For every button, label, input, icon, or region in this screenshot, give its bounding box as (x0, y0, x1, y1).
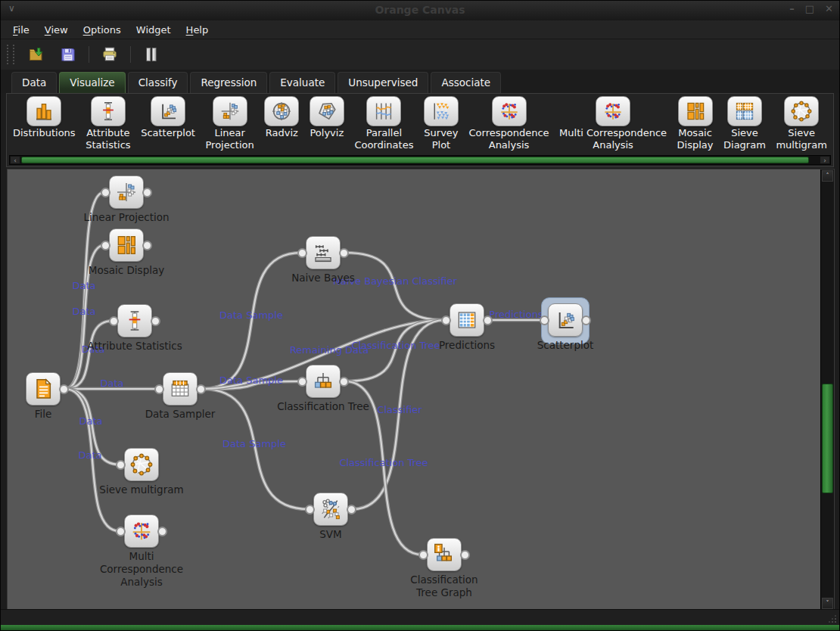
node-label: Scatterplot (537, 339, 594, 352)
input-connector[interactable] (116, 527, 126, 536)
widget-sieve-multigram[interactable]: Sieve multigram (776, 96, 826, 151)
output-connector[interactable] (339, 248, 349, 258)
input-connector[interactable] (101, 241, 110, 250)
menu-file[interactable]: File (5, 22, 37, 38)
input-connector[interactable] (154, 384, 164, 394)
input-connector[interactable] (540, 316, 549, 325)
input-connector[interactable] (441, 316, 451, 325)
node-multi-correspondence-analysis[interactable]: Multi Correspondence Analysis (124, 514, 159, 548)
title-bar[interactable]: ∨ Orange Canvas – □ ✕ (1, 1, 839, 20)
widget-toolbar-scrollbar[interactable]: ‹ › (9, 155, 831, 165)
output-connector[interactable] (196, 384, 206, 394)
node-svm[interactable]: SVM (313, 493, 348, 526)
maximize-button[interactable]: □ (805, 3, 814, 14)
node-iconbox (109, 176, 144, 209)
widget-label: Scatterplot (141, 127, 195, 139)
tab-evaluate[interactable]: Evaluate (269, 72, 335, 93)
node-attribute-statistics[interactable]: Attribute Statistics (117, 304, 152, 337)
tab-classify[interactable]: Classify (128, 72, 188, 93)
resize-grip-icon[interactable] (827, 614, 836, 623)
node-file[interactable]: File (26, 372, 61, 406)
output-connector[interactable] (347, 505, 356, 514)
mosaic-icon (114, 233, 139, 257)
node-linear-projection[interactable]: Linear Projection (109, 176, 144, 209)
output-connector[interactable] (142, 241, 152, 250)
widget-label: Distributions (13, 127, 76, 139)
input-connector[interactable] (418, 550, 428, 560)
widget-radviz[interactable]: Radviz (264, 96, 299, 139)
save-button[interactable] (57, 43, 79, 66)
toolbar-drag-handle[interactable] (7, 45, 14, 64)
node-iconbox (313, 493, 348, 526)
node-mosaic-display[interactable]: Mosaic Display (109, 228, 144, 262)
input-connector[interactable] (109, 316, 119, 326)
node-data-sampler[interactable]: Data Sampler (163, 372, 198, 406)
canvas-vertical-scrollbar[interactable]: ˄ ˅ (820, 169, 834, 610)
node-classification-tree-graph[interactable]: Classification Tree Graph (427, 538, 462, 571)
scroll-right-icon[interactable]: › (820, 157, 829, 163)
widget-parallel-coordinates[interactable]: Parallel Coordinates (354, 96, 413, 151)
close-button[interactable]: ✕ (825, 3, 833, 14)
output-connector[interactable] (142, 188, 152, 197)
output-connector[interactable] (460, 550, 470, 560)
node-label: Linear Projection (83, 211, 169, 224)
input-connector[interactable] (101, 188, 110, 197)
output-connector[interactable] (157, 527, 167, 536)
node-scatterplot[interactable]: Scatterplot (548, 303, 583, 337)
tab-associate[interactable]: Associate (431, 72, 501, 93)
tab-visualize[interactable]: Visualize (59, 72, 125, 93)
horizontal-scroll-thumb[interactable] (21, 157, 809, 163)
input-connector[interactable] (297, 248, 307, 258)
bottom-accent-strip (1, 625, 839, 630)
correspondence-iconbox (492, 96, 527, 126)
tab-regression[interactable]: Regression (190, 72, 267, 93)
mosaic-iconbox (678, 96, 713, 126)
input-connector[interactable] (297, 377, 307, 387)
tab-data[interactable]: Data (11, 72, 57, 93)
node-label: Predictions (439, 339, 495, 352)
widget-survey-plot[interactable]: Survey Plot (424, 96, 459, 151)
input-connector[interactable] (305, 505, 315, 514)
widget-label: Sieve Diagram (723, 127, 766, 151)
input-connector[interactable] (116, 460, 126, 470)
output-connector[interactable] (151, 316, 160, 326)
edge-label: Data Sample (219, 375, 283, 386)
tab-unsupervised[interactable]: Unsupervised (338, 72, 428, 93)
node-naive-bayes[interactable]: Naive Bayes (306, 236, 341, 269)
menu-widget[interactable]: Widget (129, 22, 179, 38)
widget-correspondence-analysis[interactable]: Correspondence Analysis (468, 96, 549, 151)
node-iconbox (427, 538, 462, 571)
widget-polyviz[interactable]: Polyviz (310, 96, 344, 139)
widget-scatterplot[interactable]: Scatterplot (141, 96, 195, 139)
sievemultigram-icon (789, 100, 814, 123)
widget-attribute-statistics[interactable]: Attribute Statistics (86, 96, 130, 151)
node-classification-tree[interactable]: Classification Tree (306, 365, 341, 398)
open-button[interactable] (25, 43, 48, 66)
output-connector[interactable] (59, 384, 69, 394)
menu-view[interactable]: View (37, 22, 76, 38)
scroll-down-icon[interactable]: ˅ (822, 598, 833, 609)
widget-mosaic-display[interactable]: Mosaic Display (677, 96, 714, 151)
node-predictions[interactable]: Predictions (450, 303, 484, 337)
node-sieve-multigram[interactable]: Sieve multigram (124, 448, 159, 481)
widget-distributions[interactable]: Distributions (13, 96, 76, 139)
output-connector[interactable] (339, 377, 349, 387)
menu-options[interactable]: Options (76, 22, 129, 38)
scroll-left-icon[interactable]: ‹ (11, 157, 20, 163)
classtree-icon (310, 369, 336, 393)
output-connector[interactable] (581, 316, 591, 325)
output-connector[interactable] (483, 316, 493, 325)
workflow-canvas[interactable]: DataDataDataDataDataDataData SampleData … (8, 169, 820, 610)
widget-sieve-diagram[interactable]: Sieve Diagram (723, 96, 766, 151)
scroll-up-icon[interactable]: ˄ (822, 170, 833, 182)
vertical-scroll-thumb[interactable] (822, 384, 833, 493)
edge-label: Data (78, 449, 101, 461)
freeze-button[interactable] (140, 43, 163, 66)
widget-linear-projection[interactable]: Linear Projection (205, 96, 254, 151)
print-button[interactable] (98, 43, 121, 66)
widget-multi-correspondence-analysis[interactable]: Multi Correspondence Analysis (559, 96, 667, 151)
widget-label: Parallel Coordinates (354, 127, 413, 151)
minimize-button[interactable]: – (789, 3, 795, 14)
ctgraph-icon (431, 542, 457, 567)
menu-help[interactable]: Help (179, 22, 216, 38)
